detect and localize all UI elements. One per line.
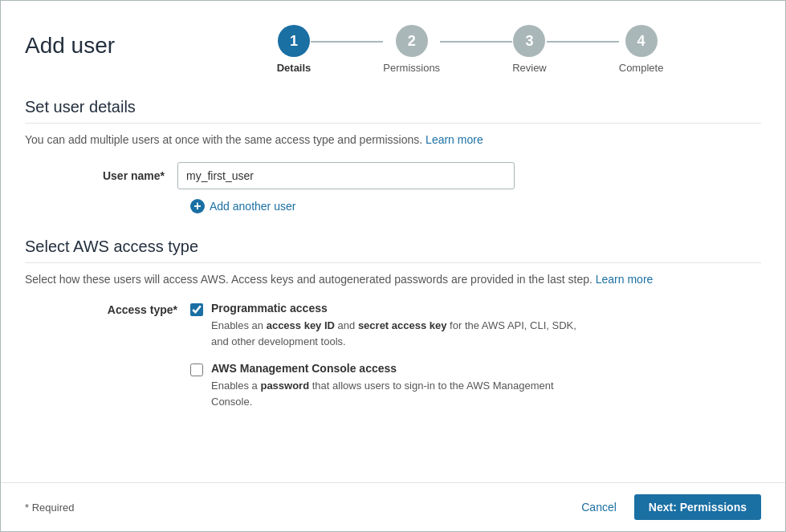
footer: * Required Cancel Next: Permissions: [1, 482, 785, 531]
step-2: 2 Permissions: [383, 25, 440, 74]
plus-circle-icon: +: [190, 199, 205, 213]
set-user-details-title: Set user details: [25, 98, 761, 116]
learn-more-link-2[interactable]: Learn more: [596, 273, 654, 286]
step-1: 1 Details: [277, 25, 312, 74]
programmatic-title: Programmatic access: [211, 302, 580, 315]
step-4-circle: 4: [625, 25, 658, 57]
username-label: User name*: [89, 169, 177, 182]
set-user-details-description: You can add multiple users at once with …: [25, 133, 761, 146]
learn-more-link-1[interactable]: Learn more: [426, 133, 483, 146]
programmatic-text-block: Programmatic access Enables an access ke…: [211, 302, 580, 349]
access-option-programmatic: Programmatic access Enables an access ke…: [190, 302, 580, 349]
console-checkbox[interactable]: [190, 363, 203, 376]
step-connector-1-2: [311, 41, 383, 43]
next-button[interactable]: Next: Permissions: [634, 494, 761, 520]
page-title: Add user: [25, 33, 115, 59]
step-3: 3 Review: [512, 25, 547, 74]
step-3-label: Review: [512, 62, 547, 74]
access-option-console: AWS Management Console access Enables a …: [190, 362, 580, 409]
access-options: Programmatic access Enables an access ke…: [190, 302, 580, 409]
console-desc: Enables a password that allows users to …: [211, 378, 580, 409]
username-input[interactable]: [177, 162, 515, 189]
username-row: User name*: [89, 162, 761, 189]
access-type-row: Access type* Programmatic access Enables…: [89, 302, 761, 409]
programmatic-desc: Enables an access key ID and secret acce…: [211, 318, 580, 349]
step-4-label: Complete: [619, 62, 664, 74]
step-2-circle: 2: [396, 25, 428, 57]
cancel-button[interactable]: Cancel: [573, 496, 625, 518]
step-connector-2-3: [440, 41, 512, 43]
step-4: 4 Complete: [619, 25, 664, 74]
console-title: AWS Management Console access: [211, 362, 580, 375]
add-another-user-row: + Add another user: [190, 199, 761, 213]
add-another-user-label: Add another user: [210, 200, 295, 213]
wizard-steps: 1 Details 2 Permissions 3 Review 4 Compl…: [179, 17, 761, 74]
programmatic-checkbox[interactable]: [190, 303, 203, 316]
access-type-label: Access type*: [89, 302, 177, 316]
section-divider-1: [25, 123, 761, 124]
console-text-block: AWS Management Console access Enables a …: [211, 362, 580, 409]
step-connector-3-4: [547, 41, 619, 43]
access-type-title: Select AWS access type: [25, 238, 761, 256]
step-2-label: Permissions: [383, 62, 440, 74]
step-3-circle: 3: [513, 25, 545, 57]
step-1-label: Details: [277, 62, 312, 74]
access-type-description: Select how these users will access AWS. …: [25, 273, 761, 286]
footer-buttons: Cancel Next: Permissions: [573, 494, 761, 520]
access-type-section: Select AWS access type Select how these …: [25, 238, 761, 409]
set-user-details-section: Set user details You can add multiple us…: [25, 98, 761, 213]
section-divider-2: [25, 262, 761, 263]
required-note: * Required: [25, 502, 74, 514]
step-1-circle: 1: [278, 25, 310, 57]
add-another-user-button[interactable]: + Add another user: [190, 199, 295, 213]
